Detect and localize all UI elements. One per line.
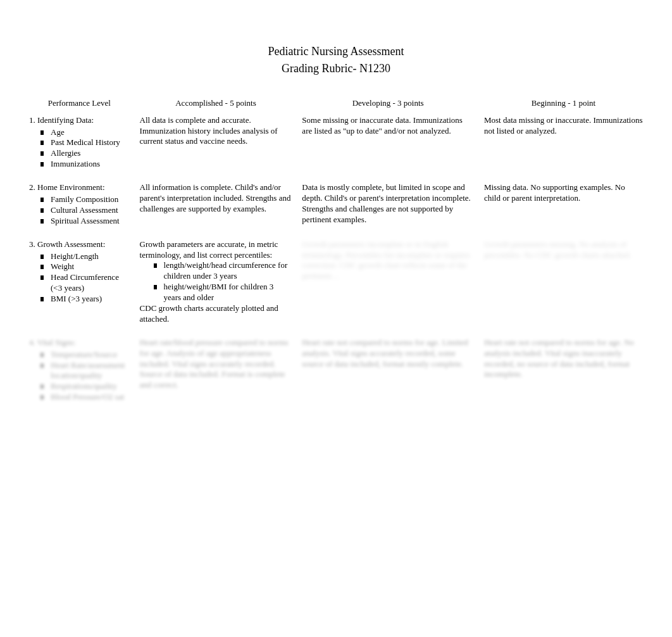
accomplished-cell: Growth parameters are accurate, in metri…: [135, 230, 297, 329]
list-item: Age: [40, 127, 130, 138]
list-item: height/weight/BMI for children 3 years a…: [154, 282, 292, 303]
list-item: Immunizations: [40, 159, 130, 170]
criteria-cell: 3. Growth Assessment: Height/Length Weig…: [24, 230, 135, 329]
criteria-cell: 2. Home Environment: Family Composition …: [24, 173, 135, 230]
rubric-table: Performance Level Accomplished - 5 point…: [24, 94, 648, 407]
accomplished-cell: Heart rate/blood pressure compared to no…: [135, 329, 297, 407]
beginning-cell: Most data missing or inaccurate. Immuniz…: [479, 111, 648, 173]
table-header-row: Performance Level Accomplished - 5 point…: [24, 94, 648, 111]
beginning-cell: Missing data. No supporting examples. No…: [479, 173, 648, 230]
developing-cell: Some missing or inaccurate data. Immuniz…: [297, 111, 479, 173]
list-item: Cultural Assessment: [40, 205, 130, 216]
criteria-title: 1. Identifying Data:: [29, 115, 130, 126]
list-item: length/weight/head circumference for chi…: [154, 260, 292, 282]
criteria-bullets: Age Past Medical History Allergies Immun…: [29, 127, 130, 170]
list-item: Past Medical History: [40, 137, 130, 148]
title-line-2: Grading Rubric- N1230: [24, 61, 648, 76]
document-title: Pediatric Nursing Assessment Grading Rub…: [24, 44, 648, 77]
developing-cell: Growth parameters incomplete or in Engli…: [297, 230, 479, 329]
list-item: Spiritual Assessment: [40, 216, 130, 227]
header-performance-level: Performance Level: [24, 94, 135, 111]
list-item: Respirations/quality: [40, 381, 130, 392]
criteria-title: 4. Vital Signs:: [29, 337, 130, 348]
criteria-cell: 1. Identifying Data: Age Past Medical Hi…: [24, 111, 135, 173]
criteria-title: 2. Home Environment:: [29, 182, 130, 193]
criteria-title: 3. Growth Assessment:: [29, 239, 130, 250]
list-item: Height/Length: [40, 251, 130, 262]
table-row: 2. Home Environment: Family Composition …: [24, 173, 648, 230]
list-item: Blood Pressure/O2 sat: [40, 392, 130, 403]
list-item: Family Composition: [40, 194, 130, 205]
table-row: 3. Growth Assessment: Height/Length Weig…: [24, 230, 648, 329]
list-item: Head Circumference (<3 years): [40, 272, 130, 294]
list-item: Heart Rate/assessment location/quality: [40, 360, 130, 382]
title-line-1: Pediatric Nursing Assessment: [24, 44, 648, 59]
developing-cell: Data is mostly complete, but limited in …: [297, 173, 479, 230]
criteria-bullets: Height/Length Weight Head Circumference …: [29, 251, 130, 305]
acc-sub-bullets: length/weight/head circumference for chi…: [140, 260, 292, 303]
developing-cell: Heart rate not compared to norms for age…: [297, 329, 479, 407]
list-item: Allergies: [40, 148, 130, 159]
accomplished-cell: All data is complete and accurate. Immun…: [135, 111, 297, 173]
list-item: BMI (>3 years): [40, 294, 130, 305]
list-item: Temperature/Source: [40, 350, 130, 360]
acc-pre-text: Growth parameters are accurate, in metri…: [140, 239, 292, 261]
header-accomplished: Accomplished - 5 points: [135, 94, 297, 111]
criteria-bullets: Family Composition Cultural Assessment S…: [29, 194, 130, 227]
acc-post-text: CDC growth charts accurately plotted and…: [140, 303, 292, 325]
table-row: 4. Vital Signs: Temperature/Source Heart…: [24, 329, 648, 407]
list-item: Weight: [40, 262, 130, 272]
beginning-cell: Growth parameters missing. No analysis o…: [479, 230, 648, 329]
criteria-bullets: Temperature/Source Heart Rate/assessment…: [29, 350, 130, 403]
table-row: 1. Identifying Data: Age Past Medical Hi…: [24, 111, 648, 173]
header-developing: Developing - 3 points: [297, 94, 479, 111]
criteria-cell: 4. Vital Signs: Temperature/Source Heart…: [24, 329, 135, 407]
header-beginning: Beginning - 1 point: [479, 94, 648, 111]
beginning-cell: Heart rate not compared to norms for age…: [479, 329, 648, 407]
accomplished-cell: All information is complete. Child's and…: [135, 173, 297, 230]
